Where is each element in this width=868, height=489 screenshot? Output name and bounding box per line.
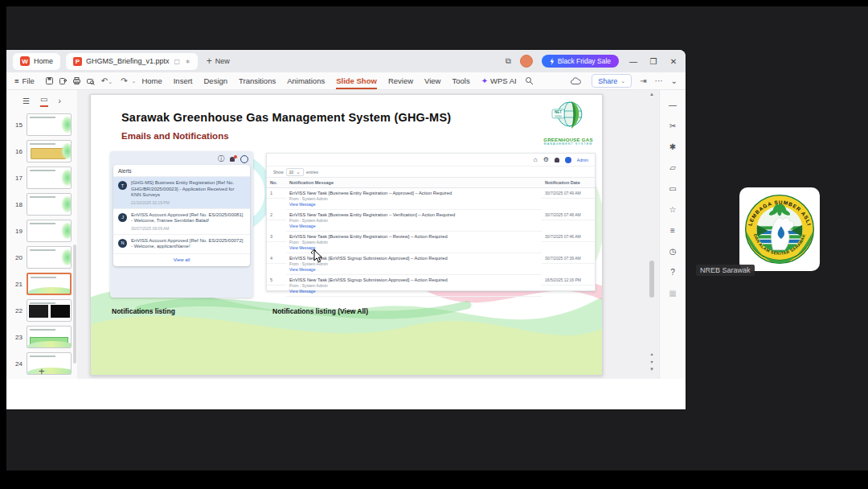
collapse-ribbon-icon[interactable]: ⌄ [671,76,678,85]
effects-icon[interactable]: ✱ [669,143,676,151]
outline-view-icon[interactable]: ☰ [23,97,30,105]
thumbnail-slide-17[interactable]: 17 [6,166,77,189]
undo-button[interactable]: ↶⌄ [101,76,113,85]
table-row[interactable]: EnVISS New Task [EnVISS Signup Submissio… [286,253,542,275]
alert-item[interactable]: J EnVISS Account Approved [Ref No. ES/20… [113,209,250,235]
next-slide-icon[interactable]: ▾ [648,359,656,364]
home-icon: ⌂ [534,157,538,163]
print-preview-icon[interactable] [86,76,95,85]
add-slide-button[interactable]: + [39,365,45,377]
alerts-screenshot: ⓘ Alerts T [GHG-MS] Business Entity Regi… [110,151,253,298]
thumbnail-slide-21-selected[interactable]: 21 [6,273,77,295]
black-friday-sale-button[interactable]: Black Friday Sale [542,55,619,68]
menu-slide-show[interactable]: Slide Show [336,76,377,89]
table-row[interactable]: EnVISS New Task [Business Entity Registr… [286,210,542,232]
cloud-upload-icon[interactable] [571,77,581,85]
favorites-icon[interactable]: ☆ [669,206,677,214]
col-date[interactable]: Notification Date [542,177,595,188]
menu-wps-ai[interactable]: ✦ WPS AI [481,76,517,85]
properties-icon[interactable]: ≡ [670,227,675,235]
minimize-button[interactable]: — [628,57,639,66]
menu-insert[interactable]: Insert [174,76,193,85]
ribbon-layout-icon[interactable]: ⇥ [640,76,646,85]
admin-avatar [565,157,571,163]
thumbnail-slide-16[interactable]: 16 [6,140,77,162]
new-tab-label: New [215,57,230,65]
shapes-icon[interactable]: ▱ [669,164,676,172]
alerts-app-topbar: ⓘ [113,154,250,165]
file-menu[interactable]: ≡ File [14,76,35,85]
thumbnail-slide-18[interactable]: 18 [6,193,77,216]
menu-transitions[interactable]: Transitions [239,76,276,85]
table-row[interactable]: EnVISS New Task [Business Entity Registr… [286,232,542,253]
apps-grid-icon[interactable]: ▦ [669,290,676,298]
quickbar-caret-icon[interactable]: ⌄ [132,78,137,84]
thumbnail-slide-19[interactable]: 19 [6,220,77,242]
alert-item[interactable]: T [GHG-MS] Business Entity Registration … [113,177,250,209]
more-options-icon[interactable]: ··· [655,76,663,85]
search-icon[interactable] [525,76,534,85]
scroll-down-icon[interactable]: ▼ [648,367,656,372]
view-message-link[interactable]: View Message [289,289,538,294]
user-avatar[interactable] [520,55,533,68]
view-message-link[interactable]: View Message [289,224,538,229]
output-icon[interactable] [59,76,68,85]
close-button[interactable]: ✕ [668,57,679,66]
view-message-link[interactable]: View Message [289,202,538,208]
history-icon[interactable]: ◷ [669,248,677,256]
slide-21[interactable]: Sarawak Greenhouse Gas Management System… [90,94,603,376]
view-message-link[interactable]: View Message [289,245,538,251]
screen: W Home P GHGMS_Briefing_v1.pptx ▢ ∗ + Ne… [0,0,868,489]
title-bar: W Home P GHGMS_Briefing_v1.pptx ▢ ∗ + Ne… [6,50,686,72]
redo-button[interactable]: ↷ [121,76,127,85]
page-size-select[interactable]: 10⌄ [286,168,304,176]
alerts-header: Alerts [113,165,250,177]
tab-preview-icon[interactable]: ▢ [174,58,181,65]
thumbnail-slide-15[interactable]: 15 [6,113,77,136]
thumbnail-slide-20[interactable]: 20 [6,246,77,269]
previous-slide-icon[interactable]: ▴ [648,351,656,356]
alert-item[interactable]: N EnVISS Account Approved [Ref No. ES/20… [113,235,250,254]
entries-control: Show 10⌄ entries [267,166,595,177]
document-tab[interactable]: P GHGMS_Briefing_v1.pptx ▢ ∗ [66,53,198,70]
table-row[interactable]: EnVISS New Task [EnVISS Signup Submissio… [286,275,542,297]
menu-view[interactable]: View [424,76,440,85]
nreb-emblem: LEMBAGA SUMBER ASLI DAN ALAM SEKITAR SAR… [743,192,817,266]
menu-home[interactable]: Home [141,76,162,85]
new-tab-button[interactable]: + New [207,55,230,67]
comment-pane-icon[interactable]: ▭ [669,185,676,193]
thumbnail-slide-22[interactable]: 22 [6,299,77,322]
home-tab-label: Home [34,57,53,65]
profile-icon [240,155,248,163]
home-app-tab[interactable]: W Home [13,53,60,70]
save-icon[interactable] [45,76,54,85]
file-menu-label: File [23,76,35,85]
scrollbar-thumb[interactable] [649,261,654,298]
expand-panel-icon[interactable]: › [59,97,61,105]
table-row[interactable]: EnVISS New Task [Business Entity Registr… [286,188,542,210]
slide-pane-icon[interactable]: ▭ [40,95,47,107]
collapse-pane-icon[interactable]: — [669,101,677,109]
bell-icon [230,157,235,162]
plus-icon: + [207,55,212,67]
window-layout-icon[interactable]: ⧉ [506,56,511,66]
menu-tools[interactable]: Tools [452,76,469,85]
menu-design[interactable]: Design [204,76,228,85]
view-all-link[interactable]: View all [113,254,250,266]
canvas-scrollbar[interactable]: ▲ ▴ ▾ ▼ [648,92,656,376]
scroll-up-icon[interactable]: ▲ [648,92,656,97]
view-message-link[interactable]: View Message [289,267,538,273]
thumbnail-scrollbar[interactable] [73,244,76,364]
col-message[interactable]: Notification Message [286,177,542,188]
editor-content: ☰ ▭ › 15 16 17 18 19 20 21 22 23 24 [6,90,686,379]
help-icon[interactable]: ? [670,269,675,277]
hamburger-icon: ≡ [14,76,19,85]
restore-button[interactable]: ❐ [648,57,659,66]
menu-review[interactable]: Review [388,76,413,85]
thumbnail-slide-23[interactable]: 23 [6,326,77,348]
menu-animations[interactable]: Animations [287,76,325,85]
share-button[interactable]: Share ⌄ [592,74,632,88]
col-no[interactable]: No. [267,177,286,188]
print-icon[interactable] [72,76,81,85]
tools-icon[interactable]: ✂ [669,122,676,130]
